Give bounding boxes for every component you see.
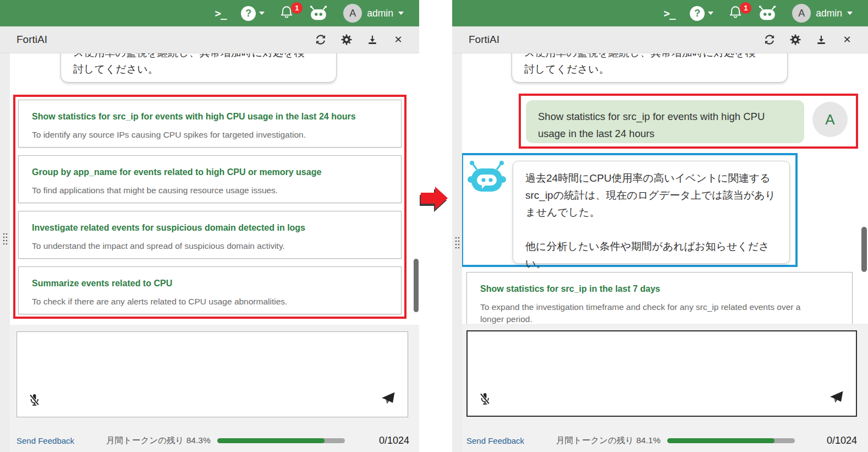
user-chat-bubble: Show statistics for src_ip for events wi… [526,100,804,143]
red-arrow [419,184,449,214]
toolbar-actions: ✕ [314,33,419,46]
suggestion-description: To find applications that might be causi… [32,184,388,197]
composer-area: Send Feedback 月間トークンの残り 84.1% 0/1024 [452,324,868,452]
notifications-button[interactable]: 1 [279,5,294,21]
notifications-button[interactable]: 1 [728,5,743,21]
drag-handle-icon[interactable] [454,236,460,249]
token-percent-text: 84.3% [186,435,211,445]
close-icon: ✕ [394,34,402,46]
suggestion-description: To check if there are any alerts related… [32,296,388,308]
suggestion-card[interactable]: Summarize events related to CPU To check… [18,266,402,314]
bot-chat-bubble: 過去24時間にCPU使用率の高いイベントに関連するsrc_ipの統計は、現在のロ… [513,161,790,264]
help-menu[interactable]: ? [690,6,713,21]
chevron-down-icon [398,12,404,15]
close-button[interactable]: ✕ [840,33,854,46]
user-menu[interactable]: A admin [792,4,853,23]
composer-area: Send Feedback 月間トークンの残り 84.3% 0/1024 [0,325,419,452]
suggestion-description: To identify any source IPs causing CPU s… [32,129,388,141]
suggestion-card[interactable]: Group by app_name for events related to … [18,155,402,203]
token-progress-track [217,438,345,443]
send-message-button[interactable] [381,391,395,409]
screenshot-stage: >_ ? 1 A admin [0,0,868,452]
panel-title: FortiAI [0,34,47,46]
highlight-box-bot-response: 過去24時間にCPU使用率の高いイベントに関連するsrc_ipの統計は、現在のロ… [461,153,798,267]
token-remaining-label: 月間トークンの残り 84.3% [106,435,211,446]
suggestion-description: To understand the impact and spread of s… [32,240,388,252]
user-message-text: Show statistics for src_ip for events wi… [538,111,765,139]
highlight-box-suggestions: Show statistics for src_ip for events wi… [13,95,406,319]
previous-bot-message-clipped: ス使用率の監視を継続し、異常増加時に対処を検 討してください。 [61,53,337,83]
microphone-muted-button[interactable] [477,391,492,409]
suggestion-card[interactable]: Investigate related events for suspiciou… [18,211,402,259]
fortiai-bot-icon[interactable] [309,6,328,21]
suggestion-title: Investigate related events for suspiciou… [32,222,388,234]
clipped-line-2: 討してください。 [73,63,158,75]
char-counter: 0/1024 [379,435,409,446]
user-name-label: admin [367,8,393,19]
fortiai-bot-icon[interactable] [757,6,777,21]
gear-icon [340,34,353,46]
refresh-button[interactable] [314,33,327,46]
refresh-button[interactable] [763,33,776,46]
panel-resize-gutter [452,53,462,452]
chevron-down-icon [708,12,713,15]
cli-console-icon[interactable]: >_ [215,7,226,19]
download-button[interactable] [815,33,828,46]
char-counter: 0/1024 [827,435,857,446]
suggestion-title: Summarize events related to CPU [32,278,388,290]
message-input[interactable] [466,330,857,417]
settings-button[interactable] [340,33,353,46]
global-top-bar: >_ ? 1 A admin [0,0,419,26]
gear-icon [789,34,801,46]
close-icon: ✕ [843,34,851,46]
message-input[interactable] [17,331,408,417]
token-progress-fill [217,438,325,443]
notification-badge: 1 [740,2,751,14]
scrollbar-thumb[interactable] [414,259,419,312]
suggestion-title: Show statistics for src_ip in the last 7… [480,284,839,295]
token-progress-fill [667,438,774,443]
global-top-bar: >_ ? 1 A admin [452,0,868,26]
download-icon [815,34,827,46]
chatbot-avatar-icon [468,161,506,194]
notification-badge: 1 [291,2,303,14]
mic-off-icon [27,393,42,407]
fortiai-panel-after: >_ ? 1 A admin [452,0,868,452]
drag-handle-icon[interactable] [2,232,8,246]
download-button[interactable] [366,33,379,46]
send-plane-icon [381,391,395,406]
mic-off-icon [477,391,492,406]
suggestion-card[interactable]: Show statistics for src_ip for events wi… [18,100,402,148]
scrollbar-thumb[interactable] [861,227,867,272]
panel-resize-gutter [0,53,10,452]
send-feedback-link[interactable]: Send Feedback [466,436,524,445]
bot-message-paragraph: 他に分析したい条件や期間があればお知らせください。 [525,238,777,272]
chat-scroll-area: ス使用率の監視を継続し、異常増加時に対処を検 討してください。 Show sta… [0,53,419,452]
token-label-text: 月間トークンの残り [556,435,634,445]
user-name-label: admin [816,8,842,19]
close-button[interactable]: ✕ [392,33,405,46]
clipped-line-1: ス使用率の監視を継続し、異常増加時に対処を検 [73,53,305,58]
send-plane-icon [829,390,844,405]
user-menu[interactable]: A admin [343,4,404,23]
bot-message-paragraph: 過去24時間にCPU使用率の高いイベントに関連するsrc_ipの統計は、現在のロ… [525,170,777,221]
microphone-muted-button[interactable] [27,393,42,410]
refresh-icon [315,34,327,46]
send-message-button[interactable] [829,390,844,407]
status-bar: Send Feedback 月間トークンの残り 84.3% 0/1024 [17,433,409,448]
fortiai-toolbar: FortiAI [0,26,419,53]
settings-button[interactable] [789,33,802,46]
help-menu[interactable]: ? [241,6,265,21]
previous-bot-message-clipped: ス使用率の監視を継続し、異常増加時に対処を検 討してください。 [512,53,788,83]
help-icon: ? [690,6,705,21]
clipped-line-2: 討してください。 [524,63,609,75]
toolbar-actions: ✕ [763,33,868,46]
send-feedback-link[interactable]: Send Feedback [17,436,74,445]
user-avatar: A [792,4,811,23]
help-icon: ? [241,6,256,21]
suggestion-description: To expand the investigation timeframe an… [480,301,821,326]
chat-scroll-area: ス使用率の監視を継続し、異常増加時に対処を検 討してください。 Show sta… [452,53,868,452]
fortiai-toolbar: FortiAI [452,26,868,53]
cli-console-icon[interactable]: >_ [663,7,675,19]
highlight-box-user-message: Show statistics for src_ip for events wi… [519,94,858,149]
